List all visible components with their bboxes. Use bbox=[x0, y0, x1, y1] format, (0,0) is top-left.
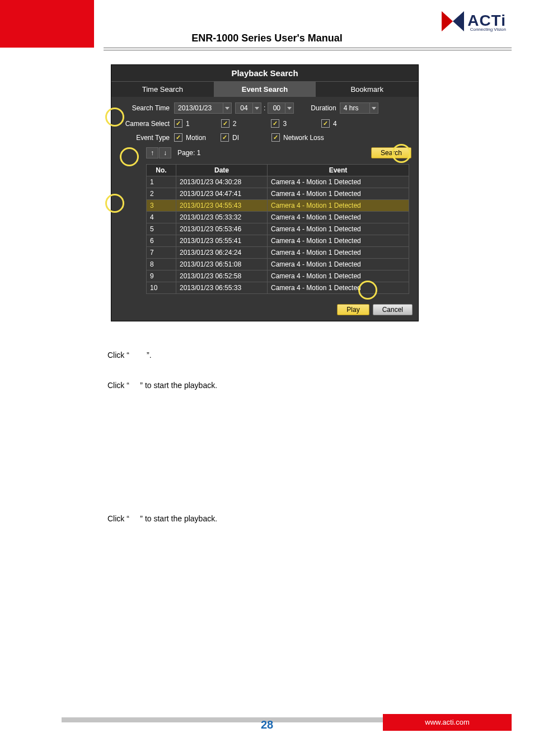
cell-event: Camera 4 - Motion 1 Detected bbox=[268, 223, 409, 235]
annotation-circle-2 bbox=[120, 147, 139, 166]
logo-subtext: Connecting Vision bbox=[467, 27, 506, 32]
cell-date: 2013/01/23 05:55:41 bbox=[176, 235, 268, 247]
time-colon: : bbox=[264, 104, 265, 112]
cell-no: 1 bbox=[147, 176, 176, 188]
bottom-button-row: Play Cancel bbox=[111, 298, 418, 321]
row-camera-select: Camera Select 1 2 3 4 bbox=[118, 119, 411, 128]
checkbox-motion[interactable] bbox=[174, 133, 182, 142]
cell-date: 2013/01/23 06:51:08 bbox=[176, 259, 268, 270]
checkbox-cam3[interactable] bbox=[271, 119, 279, 128]
cell-date: 2013/01/23 05:33:32 bbox=[176, 212, 268, 223]
hour-field[interactable]: 04 bbox=[235, 102, 253, 114]
table-row[interactable]: 32013/01/23 04:55:43Camera 4 - Motion 1 … bbox=[147, 200, 409, 212]
date-dropdown-icon[interactable] bbox=[223, 102, 232, 114]
cell-no: 8 bbox=[147, 259, 176, 270]
annotation-circle-4 bbox=[105, 194, 124, 213]
page-up-button[interactable]: ↑ bbox=[146, 147, 158, 158]
document-title: ENR-1000 Series User's Manual bbox=[0, 32, 534, 44]
logo-text: ACTi bbox=[467, 13, 506, 29]
panel-title: Playback Search bbox=[111, 65, 418, 81]
logo-icon bbox=[442, 11, 464, 34]
cell-date: 2013/01/23 05:53:46 bbox=[176, 223, 268, 235]
annotation-circle-5 bbox=[358, 281, 377, 300]
checkbox-network-loss[interactable] bbox=[271, 133, 280, 142]
cell-event: Camera 4 - Motion 1 Detected bbox=[268, 235, 409, 247]
page-down-button[interactable]: ↓ bbox=[159, 147, 171, 158]
minute-field[interactable]: 00 bbox=[268, 102, 285, 114]
motion-label: Motion bbox=[186, 134, 206, 142]
cell-event: Camera 4 - Motion 1 Detected bbox=[268, 176, 409, 188]
row-page: ↑ ↓ Page: 1 Search bbox=[146, 147, 411, 158]
cell-no: 9 bbox=[147, 270, 176, 282]
cancel-button[interactable]: Cancel bbox=[373, 304, 413, 315]
table-row[interactable]: 22013/01/23 04:47:41Camera 4 - Motion 1 … bbox=[147, 188, 409, 200]
cell-event: Camera 4 - Motion 1 Detected bbox=[268, 188, 409, 200]
title-rule bbox=[104, 48, 512, 50]
date-field[interactable]: 2013/01/23 bbox=[174, 102, 223, 114]
table-row[interactable]: 82013/01/23 06:51:08Camera 4 - Motion 1 … bbox=[147, 259, 409, 270]
tab-event-search[interactable]: Event Search bbox=[214, 81, 316, 97]
row-search-time: Search Time 2013/01/23 04 : 00 Duration … bbox=[118, 102, 411, 114]
play-button[interactable]: Play bbox=[337, 304, 369, 315]
duration-dropdown-icon[interactable] bbox=[369, 102, 378, 114]
cam3-label: 3 bbox=[283, 120, 287, 128]
cell-no: 4 bbox=[147, 212, 176, 223]
table-row[interactable]: 12013/01/23 04:30:28Camera 4 - Motion 1 … bbox=[147, 176, 409, 188]
label-camera-select: Camera Select bbox=[118, 120, 170, 128]
cam4-label: 4 bbox=[333, 120, 337, 128]
cell-no: 3 bbox=[147, 200, 176, 212]
table-row[interactable]: 52013/01/23 05:53:46Camera 4 - Motion 1 … bbox=[147, 223, 409, 235]
footer-url: www.acti.com bbox=[383, 714, 512, 731]
annotation-circle-3 bbox=[392, 144, 411, 163]
checkbox-cam1[interactable] bbox=[174, 119, 182, 128]
table-row[interactable]: 42013/01/23 05:33:32Camera 4 - Motion 1 … bbox=[147, 212, 409, 223]
instruction-line-3: Click “ ” to start the playback. bbox=[107, 514, 217, 523]
cell-date: 2013/01/23 04:55:43 bbox=[176, 200, 268, 212]
cell-date: 2013/01/23 04:30:28 bbox=[176, 176, 268, 188]
cam1-label: 1 bbox=[186, 120, 190, 128]
tab-row: Time Search Event Search Bookmark bbox=[111, 81, 418, 97]
cell-date: 2013/01/23 06:52:58 bbox=[176, 270, 268, 282]
annotation-circle-1 bbox=[105, 108, 124, 127]
checkbox-di[interactable] bbox=[221, 133, 229, 142]
cell-date: 2013/01/23 06:24:24 bbox=[176, 247, 268, 259]
hour-dropdown-icon[interactable] bbox=[252, 102, 261, 114]
cell-no: 5 bbox=[147, 223, 176, 235]
table-row[interactable]: 62013/01/23 05:55:41Camera 4 - Motion 1 … bbox=[147, 235, 409, 247]
cell-event: Camera 4 - Motion 1 Detected bbox=[268, 200, 409, 212]
instruction-line-1: Click “ ”. bbox=[107, 351, 152, 360]
table-row[interactable]: 72013/01/23 06:24:24Camera 4 - Motion 1 … bbox=[147, 247, 409, 259]
results-table: No. Date Event 12013/01/23 04:30:28Camer… bbox=[146, 164, 409, 294]
cell-date: 2013/01/23 06:55:33 bbox=[176, 282, 268, 294]
checkbox-cam4[interactable] bbox=[321, 119, 330, 128]
label-duration: Duration bbox=[311, 104, 336, 112]
row-event-type: Event Type Motion DI Network Loss bbox=[118, 133, 411, 142]
cell-no: 7 bbox=[147, 247, 176, 259]
col-no: No. bbox=[147, 165, 176, 176]
col-date: Date bbox=[176, 165, 268, 176]
label-event-type: Event Type bbox=[118, 134, 170, 142]
cell-event: Camera 4 - Motion 1 Detected bbox=[268, 247, 409, 259]
cell-no: 2 bbox=[147, 188, 176, 200]
cell-date: 2013/01/23 04:47:41 bbox=[176, 188, 268, 200]
instruction-line-2: Click “ ” to start the playback. bbox=[107, 381, 217, 390]
col-event: Event bbox=[268, 165, 409, 176]
cell-no: 10 bbox=[147, 282, 176, 294]
brand-logo: ACTi Connecting Vision bbox=[442, 11, 506, 34]
di-label: DI bbox=[232, 134, 239, 142]
tab-bookmark[interactable]: Bookmark bbox=[316, 81, 418, 97]
label-search-time: Search Time bbox=[118, 104, 170, 112]
cell-event: Camera 4 - Motion 1 Detected bbox=[268, 259, 409, 270]
tab-time-search[interactable]: Time Search bbox=[111, 81, 214, 97]
cell-event: Camera 4 - Motion 1 Detected bbox=[268, 212, 409, 223]
checkbox-cam2[interactable] bbox=[221, 119, 229, 128]
netloss-label: Network Loss bbox=[283, 134, 324, 142]
minute-dropdown-icon[interactable] bbox=[285, 102, 294, 114]
cell-event: Camera 4 - Motion 1 Detected bbox=[268, 282, 409, 294]
page-indicator: Page: 1 bbox=[177, 149, 200, 157]
cell-no: 6 bbox=[147, 235, 176, 247]
cell-event: Camera 4 - Motion 1 Detected bbox=[268, 270, 409, 282]
cam2-label: 2 bbox=[233, 120, 237, 128]
duration-field[interactable]: 4 hrs bbox=[340, 102, 370, 114]
